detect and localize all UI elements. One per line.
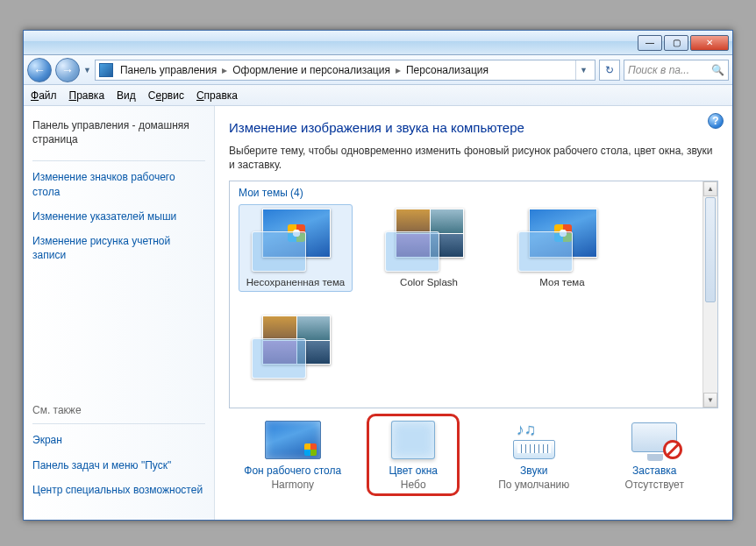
setting-title: Цвет окна bbox=[389, 464, 438, 477]
menu-file[interactable]: Файл bbox=[31, 89, 57, 102]
theme-label: Несохраненная тема bbox=[246, 277, 346, 287]
scrollbar-thumb[interactable] bbox=[705, 197, 716, 302]
main-pane: ? Изменение изображения и звука на компь… bbox=[215, 106, 732, 520]
setting-title: Фон рабочего стола bbox=[244, 464, 341, 477]
forward-button[interactable]: → bbox=[55, 58, 80, 82]
theme-thumbnail bbox=[252, 316, 339, 379]
theme-item[interactable]: Моя тема bbox=[505, 204, 619, 292]
page-subtitle: Выберите тему, чтобы одновременно измени… bbox=[229, 144, 718, 172]
breadcrumb-root[interactable]: Панель управления bbox=[118, 64, 218, 76]
theme-thumbnail bbox=[252, 209, 339, 272]
theme-label: Моя тема bbox=[539, 277, 584, 287]
bg-icon bbox=[265, 421, 321, 461]
address-dropdown-icon[interactable]: ▼ bbox=[575, 60, 591, 80]
settings-row: Фон рабочего столаHarmonyЦвет окнаНебо♪♫… bbox=[229, 408, 718, 491]
sidebar: Панель управления - домашняя страница Из… bbox=[24, 106, 215, 520]
themes-list: Мои темы (4) Несохраненная темаColor Spl… bbox=[229, 181, 718, 408]
chevron-right-icon[interactable]: ▸ bbox=[218, 64, 231, 76]
setting-value: Отсутствует bbox=[625, 479, 684, 491]
setting-color[interactable]: Цвет окнаНебо bbox=[358, 421, 468, 491]
navbar: ← → ▼ Панель управления ▸ Оформление и п… bbox=[24, 55, 732, 85]
theme-label: Color Splash bbox=[400, 277, 458, 287]
search-icon: 🔍 bbox=[711, 64, 724, 76]
sidebar-link-icons[interactable]: Изменение значков рабочего стола bbox=[32, 170, 205, 198]
maximize-button[interactable]: ▢ bbox=[664, 35, 688, 51]
saver-icon bbox=[626, 421, 682, 461]
sidebar-link-pointers[interactable]: Изменение указателей мыши bbox=[32, 209, 205, 223]
setting-title: Заставка bbox=[632, 464, 677, 477]
refresh-button[interactable]: ↻ bbox=[599, 60, 620, 81]
scroll-down-icon[interactable]: ▼ bbox=[703, 393, 717, 408]
setting-value: По умолчанию bbox=[498, 479, 569, 491]
theme-item[interactable] bbox=[239, 311, 353, 388]
theme-item[interactable]: Color Splash bbox=[372, 204, 486, 292]
setting-title: Звуки bbox=[520, 464, 547, 477]
back-button[interactable]: ← bbox=[27, 58, 52, 82]
theme-item[interactable]: Несохраненная тема bbox=[239, 204, 353, 292]
minimize-button[interactable]: — bbox=[638, 35, 662, 51]
chevron-right-icon[interactable]: ▸ bbox=[392, 64, 404, 76]
window: — ▢ ✕ ← → ▼ Панель управления ▸ Оформлен… bbox=[23, 30, 733, 521]
page-title: Изменение изображения и звука на компьют… bbox=[229, 120, 718, 135]
sidebar-home-link[interactable]: Панель управления - домашняя страница bbox=[32, 118, 205, 146]
color-icon bbox=[385, 421, 441, 461]
menu-tools[interactable]: Сервис bbox=[148, 89, 184, 102]
close-button[interactable]: ✕ bbox=[690, 35, 729, 51]
scrollbar[interactable]: ▲ ▼ bbox=[703, 181, 717, 408]
control-panel-icon bbox=[99, 63, 113, 77]
breadcrumb-leaf[interactable]: Персонализация bbox=[404, 64, 490, 76]
menu-edit[interactable]: Правка bbox=[69, 89, 105, 102]
sidebar-link-display[interactable]: Экран bbox=[32, 433, 205, 447]
scroll-up-icon[interactable]: ▲ bbox=[703, 181, 717, 196]
sound-icon: ♪♫ bbox=[506, 421, 562, 461]
setting-value: Небо bbox=[401, 479, 426, 491]
section-my-themes: Мои темы (4) bbox=[239, 187, 717, 199]
history-dropdown-icon[interactable]: ▼ bbox=[83, 66, 91, 74]
menu-view[interactable]: Вид bbox=[117, 89, 136, 102]
address-bar[interactable]: Панель управления ▸ Оформление и персона… bbox=[95, 60, 596, 81]
help-icon[interactable]: ? bbox=[708, 113, 724, 129]
separator bbox=[32, 423, 205, 424]
content: Панель управления - домашняя страница Из… bbox=[24, 106, 732, 520]
breadcrumb-mid[interactable]: Оформление и персонализация bbox=[231, 64, 392, 76]
search-placeholder: Поиск в па... bbox=[628, 64, 689, 76]
sidebar-link-taskbar[interactable]: Панель задач и меню "Пуск" bbox=[32, 458, 205, 472]
setting-bg[interactable]: Фон рабочего столаHarmony bbox=[238, 421, 348, 491]
see-also-label: См. также bbox=[32, 404, 205, 416]
menu-help[interactable]: Справка bbox=[196, 89, 238, 102]
setting-value: Harmony bbox=[271, 479, 314, 491]
theme-thumbnail bbox=[385, 209, 473, 272]
titlebar: — ▢ ✕ bbox=[24, 31, 732, 55]
separator bbox=[32, 160, 205, 161]
menubar: Файл Правка Вид Сервис Справка bbox=[24, 85, 732, 106]
search-input[interactable]: Поиск в па... 🔍 bbox=[624, 60, 729, 81]
theme-thumbnail bbox=[518, 209, 606, 272]
sidebar-link-accessibility[interactable]: Центр специальных возможностей bbox=[32, 483, 205, 497]
setting-sound[interactable]: ♪♫ЗвукиПо умолчанию bbox=[479, 421, 589, 491]
sidebar-link-account-picture[interactable]: Изменение рисунка учетной записи bbox=[32, 234, 205, 262]
setting-saver[interactable]: ЗаставкаОтсутствует bbox=[599, 421, 710, 491]
